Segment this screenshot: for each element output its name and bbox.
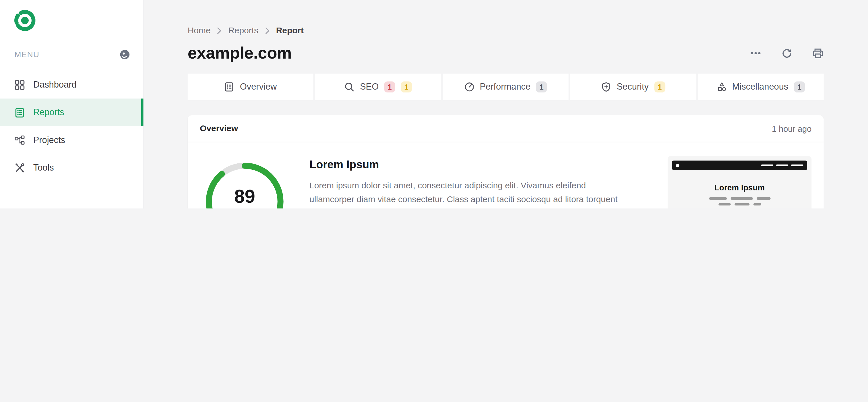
- chevron-right-icon: [265, 27, 269, 34]
- grid-icon: [14, 80, 25, 90]
- score-value: 89: [234, 186, 255, 205]
- overview-card: Overview 1 hour ago 89 100: [188, 115, 824, 209]
- sidebar-item-label: Dashboard: [33, 80, 76, 90]
- sidebar-item-projects[interactable]: Projects: [0, 126, 143, 154]
- tab-performance[interactable]: Performance 1: [443, 73, 569, 100]
- title-row: example.com: [188, 44, 824, 63]
- score-ring: 89 100: [203, 160, 286, 209]
- score-value-block: 89 100: [203, 160, 286, 209]
- ellipsis-icon: [750, 48, 761, 59]
- report-list-icon: [14, 107, 25, 118]
- sidebar-item-label: Projects: [33, 135, 65, 145]
- print-button[interactable]: [811, 47, 824, 59]
- section-title: Overview: [200, 123, 238, 133]
- menu-header: MENU: [0, 49, 143, 60]
- user-voice-icon[interactable]: [120, 49, 130, 60]
- main-area: Home Reports Report example.com: [144, 0, 868, 209]
- sidebar-item-tools[interactable]: Tools: [0, 154, 143, 182]
- issue-count-badge: 1: [794, 81, 805, 92]
- site-description: Lorem ipsum dolor sit amet, consectetur …: [309, 178, 629, 209]
- report-timestamp: 1 hour ago: [772, 124, 811, 133]
- tab-seo[interactable]: SEO 1 1: [315, 73, 441, 100]
- active-item-accent-bar: [141, 98, 144, 126]
- refresh-icon: [781, 48, 793, 59]
- sidebar-item-label: Tools: [33, 163, 54, 173]
- tab-label: SEO: [360, 82, 379, 92]
- app-logo[interactable]: [0, 0, 143, 34]
- shapes-icon: [717, 82, 727, 92]
- refresh-button[interactable]: [780, 47, 793, 59]
- tab-overview[interactable]: Overview: [188, 73, 314, 100]
- thumbnail-nav-dash: [776, 164, 788, 166]
- breadcrumb-home[interactable]: Home: [188, 26, 211, 36]
- breadcrumb-reports[interactable]: Reports: [228, 26, 258, 36]
- overview-card-body: 89 100 Lorem Ipsum Lorem ipsum dolor sit…: [188, 143, 824, 209]
- site-heading: Lorem Ipsum: [309, 158, 629, 171]
- tab-label: Overview: [240, 82, 277, 92]
- sidebar-nav: Dashboard Reports: [0, 71, 143, 182]
- tab-label: Performance: [480, 82, 531, 92]
- site-summary: Lorem Ipsum Lorem ipsum dolor sit amet, …: [309, 156, 668, 209]
- breadcrumb: Home Reports Report: [188, 0, 824, 35]
- tools-icon: [14, 162, 25, 173]
- site-thumbnail: Lorem Ipsum: [668, 156, 811, 209]
- printer-icon: [812, 48, 823, 59]
- tab-security[interactable]: Security 1: [570, 73, 696, 100]
- shield-icon: [601, 82, 611, 92]
- more-options-button[interactable]: [749, 47, 762, 59]
- gauge-icon: [464, 82, 474, 92]
- tab-miscellaneous[interactable]: Miscellaneous 1: [698, 73, 824, 100]
- thumbnail-browser-bar: [672, 160, 807, 170]
- high-issue-badge: 1: [384, 81, 395, 92]
- overview-card-header: Overview 1 hour ago: [188, 115, 824, 142]
- menu-label: MENU: [14, 50, 39, 59]
- report-tabs: Overview SEO 1 1: [188, 73, 824, 100]
- thumbnail-nav-dash: [761, 164, 773, 166]
- sidebar: MENU Dashboard: [0, 0, 144, 209]
- app-window: MENU Dashboard: [0, 0, 868, 209]
- search-icon: [344, 82, 354, 92]
- breadcrumb-report: Report: [276, 26, 304, 36]
- sidebar-item-dashboard[interactable]: Dashboard: [0, 71, 143, 98]
- thumbnail-nav-dash: [791, 164, 803, 166]
- tab-label: Miscellaneous: [732, 82, 788, 92]
- sidebar-item-reports[interactable]: Reports: [0, 98, 143, 126]
- chevron-right-icon: [217, 27, 222, 34]
- header-actions: [749, 47, 824, 59]
- target-logo-icon: [13, 9, 36, 32]
- sidebar-item-label: Reports: [33, 107, 64, 118]
- overview-icon: [224, 82, 235, 92]
- thumbnail-heading: Lorem Ipsum: [672, 183, 807, 192]
- tab-label: Security: [617, 82, 648, 92]
- page-title: example.com: [188, 44, 291, 63]
- issue-count-badge: 1: [654, 81, 665, 92]
- issue-count-badge: 1: [536, 81, 547, 92]
- thumbnail-dot: [676, 164, 679, 167]
- hierarchy-icon: [14, 135, 25, 146]
- medium-issue-badge: 1: [401, 81, 412, 92]
